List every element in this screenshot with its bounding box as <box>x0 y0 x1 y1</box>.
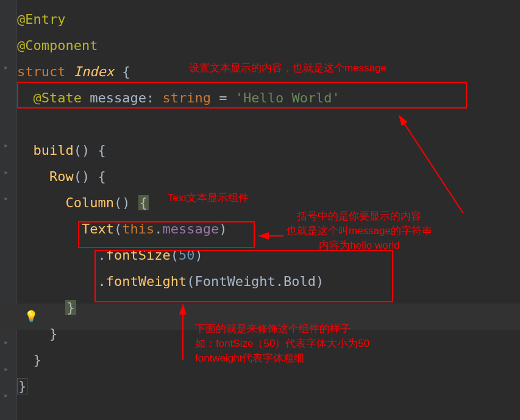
code-line: @Entry <box>17 6 520 32</box>
string-literal: 'Hello World' <box>235 90 340 105</box>
code-line: .fontWeight(FontWeight.Bold) <box>17 268 520 294</box>
keyword-this: this <box>122 221 154 237</box>
brace: } <box>17 378 27 394</box>
enum: FontWeight.Bold <box>194 274 316 289</box>
identifier: message: <box>82 90 162 105</box>
fold-icon: ▸ <box>4 167 9 177</box>
fold-icon: ▸ <box>4 390 9 400</box>
punct: () { <box>74 169 106 184</box>
annotation-text: 如：fontSize（50）代表字体大小为50 <box>195 336 369 351</box>
dot: . <box>98 247 105 263</box>
annotation-4: 下面的就是来修饰这个组件的样子 如：fontSize（50）代表字体大小为50 … <box>195 322 369 365</box>
code-line: } <box>17 373 520 399</box>
punct: () { <box>74 143 106 158</box>
method: fontSize <box>106 247 171 263</box>
operator: = <box>211 90 235 105</box>
decorator: @Entry <box>17 12 65 27</box>
annotation-2: Text文本显示组件 <box>168 191 249 205</box>
annotation-3: 括号中的是你要显示的内容 也就是这个叫message的字符串 内容为hello … <box>287 209 432 252</box>
annotation-text: 内容为hello world <box>287 238 432 253</box>
code-line: .fontSize(50) <box>17 242 520 268</box>
class-name: Index <box>65 64 122 79</box>
code-line: Column() { <box>17 190 520 216</box>
code-line: @State message: string = 'Hello World' <box>17 85 520 111</box>
keyword: struct <box>17 64 65 79</box>
component: Text <box>82 221 114 237</box>
fold-icon: ▸ <box>4 62 9 72</box>
paren: ( <box>187 274 194 289</box>
punct: () <box>114 195 138 210</box>
editor-gutter: ▸ ▸ ▸ ▸ ▸ ▸ ▸ ▸ <box>0 0 17 420</box>
fold-icon: ▸ <box>4 140 9 150</box>
paren: ) <box>194 247 202 263</box>
code-line: Text(this.message) <box>17 216 520 242</box>
brace: { <box>122 64 130 79</box>
number: 50 <box>179 247 195 263</box>
brace: { <box>138 195 149 210</box>
dot: . <box>154 221 162 237</box>
method: build <box>34 143 74 158</box>
paren: ( <box>114 221 122 237</box>
code-line <box>17 111 520 137</box>
paren: ) <box>219 221 227 237</box>
component: Row <box>49 169 74 184</box>
method: fontWeight <box>106 274 187 289</box>
brace: } <box>34 352 41 368</box>
component: Column <box>65 195 113 210</box>
fold-icon: ▸ <box>4 337 9 347</box>
fold-icon: ▸ <box>4 364 9 374</box>
brace: } <box>65 300 76 315</box>
brace: } <box>49 326 57 341</box>
type: string <box>162 90 210 105</box>
code-line: } <box>17 294 520 321</box>
dot: . <box>98 274 105 289</box>
code-line: Row() { <box>17 163 520 190</box>
code-line: @Component <box>17 32 520 59</box>
annotation-text: 括号中的是你要显示的内容 <box>287 209 432 224</box>
annotation-1: 设置文本显示的内容，也就是这个message <box>189 61 386 76</box>
annotation-text: fontweight代表字体粗细 <box>195 351 369 366</box>
code-line: build() { <box>17 137 520 163</box>
decorator: @State <box>34 90 82 105</box>
property: message <box>162 221 219 237</box>
annotation-text: 下面的就是来修饰这个组件的样子 <box>195 322 369 336</box>
fold-icon: ▸ <box>4 193 9 203</box>
decorator: @Component <box>17 38 98 53</box>
paren: ( <box>171 247 179 263</box>
annotation-text: 也就是这个叫message的字符串 <box>287 224 432 238</box>
paren: ) <box>316 274 324 289</box>
